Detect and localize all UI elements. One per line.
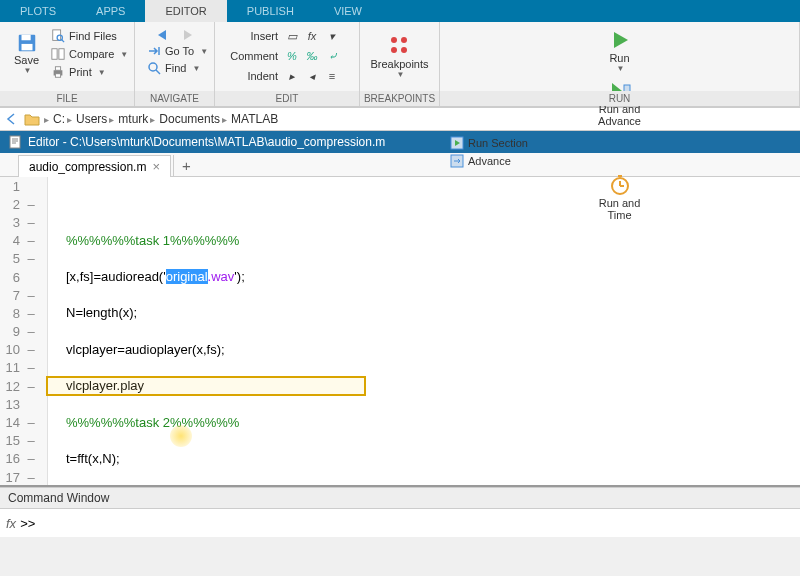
find-files-label: Find Files (69, 30, 117, 42)
compare-button[interactable]: Compare▼ (47, 46, 132, 62)
back-folder-icon[interactable] (4, 111, 20, 127)
code-text[interactable]: %%%%%%task 1%%%%%% [x,fs]=audioread('ori… (48, 177, 800, 485)
new-tab-button[interactable]: + (173, 155, 199, 176)
editor-doc-icon (8, 135, 22, 149)
compare-label: Compare (69, 48, 114, 60)
svg-point-16 (391, 47, 397, 53)
comment-add-icon[interactable]: % (284, 48, 300, 64)
find-label: Find (165, 62, 186, 74)
fx-prompt-icon: fx (6, 516, 16, 531)
svg-line-5 (62, 40, 65, 43)
svg-rect-10 (55, 74, 60, 78)
indent-smart-icon[interactable]: ≡ (324, 68, 340, 84)
svg-rect-7 (59, 49, 64, 60)
insert-var-icon[interactable]: ▾ (324, 28, 340, 44)
find-files-icon (51, 29, 65, 43)
advance-icon (450, 154, 464, 168)
file-tab-label: audio_compression.m (29, 160, 146, 174)
svg-rect-25 (10, 136, 20, 148)
insert-section-icon[interactable]: ▭ (284, 28, 300, 44)
goto-button[interactable]: Go To▼ (143, 44, 206, 58)
svg-rect-6 (52, 49, 57, 60)
compare-icon (51, 47, 65, 61)
save-icon (16, 32, 38, 54)
comment-label: Comment (223, 50, 278, 62)
code-editor[interactable]: 1 2– 3– 4– 5– 6 7– 8– 9– 10– 11– 12– 13 … (0, 177, 800, 487)
command-window-title: Command Window (0, 487, 800, 509)
advance-label: Advance (468, 155, 511, 167)
svg-point-14 (391, 37, 397, 43)
ribbon-group-navigate: Go To▼ Find▼ NAVIGATE (135, 22, 215, 106)
ribbon-toolbar: Save▼ Find Files Compare▼ Print▼ FILE (0, 22, 800, 107)
save-button[interactable]: Save▼ (8, 26, 45, 80)
svg-rect-9 (55, 67, 60, 71)
file-tab-active[interactable]: audio_compression.m × (18, 155, 171, 177)
editor-title-text: Editor - C:\Users\mturk\Documents\MATLAB… (28, 135, 385, 149)
tab-view[interactable]: VIEW (314, 0, 382, 22)
ribbon-group-file: Save▼ Find Files Compare▼ Print▼ FILE (0, 22, 135, 106)
run-section-icon (450, 136, 464, 150)
path-seg-0[interactable]: C:▸ (53, 112, 72, 126)
command-prompt: >> (20, 516, 35, 531)
svg-point-12 (149, 63, 157, 71)
tab-plots[interactable]: PLOTS (0, 0, 76, 22)
svg-line-13 (156, 70, 160, 74)
advance-button[interactable]: Advance (446, 153, 793, 169)
insert-label: Insert (223, 30, 278, 42)
path-seg-1[interactable]: Users▸ (76, 112, 114, 126)
nav-group-label: NAVIGATE (135, 91, 214, 106)
path-seg-4[interactable]: MATLAB (231, 112, 278, 126)
print-label: Print (69, 66, 92, 78)
edit-group-label: EDIT (215, 91, 359, 106)
find-files-button[interactable]: Find Files (47, 28, 132, 44)
goto-icon (147, 45, 161, 57)
svg-rect-1 (21, 34, 30, 40)
run-advance-label: Run and Advance (598, 103, 641, 127)
line-gutter: 1 2– 3– 4– 5– 6 7– 8– 9– 10– 11– 12– 13 … (0, 177, 48, 485)
run-section-button[interactable]: Run Section (446, 135, 793, 151)
path-seg-2[interactable]: mturk▸ (118, 112, 155, 126)
bp-group-label: BREAKPOINTS (360, 91, 439, 106)
ribbon-group-breakpoints: Breakpoints ▼ BREAKPOINTS (360, 22, 440, 106)
close-tab-icon[interactable]: × (152, 159, 160, 174)
breakpoints-button[interactable]: Breakpoints ▼ (368, 32, 431, 81)
main-tabs: PLOTS APPS EDITOR PUBLISH VIEW (0, 0, 800, 22)
file-group-label: FILE (0, 91, 134, 106)
ribbon-group-run: Run▼ Run and Advance Run Section Advance… (440, 22, 800, 106)
svg-point-17 (401, 47, 407, 53)
run-section-label: Run Section (468, 137, 528, 149)
print-button[interactable]: Print▼ (47, 64, 132, 80)
path-seg-3[interactable]: Documents▸ (159, 112, 227, 126)
breakpoints-label: Breakpoints (370, 58, 428, 70)
breakpoints-icon (388, 34, 412, 58)
tab-apps[interactable]: APPS (76, 0, 145, 22)
folder-icon[interactable] (24, 111, 40, 127)
nav-back-icon[interactable] (154, 28, 172, 42)
ribbon-group-edit: Insert ▭ fx ▾ Comment % ‰ ⤶ Indent ▸ ◂ ≡… (215, 22, 360, 106)
print-icon (51, 65, 65, 79)
goto-label: Go To (165, 45, 194, 57)
run-label: Run (609, 52, 629, 64)
svg-point-15 (401, 37, 407, 43)
indent-left-icon[interactable]: ◂ (304, 68, 320, 84)
insert-fx-icon[interactable]: fx (304, 28, 320, 44)
svg-rect-2 (21, 43, 32, 49)
run-button[interactable]: Run▼ (446, 26, 793, 75)
comment-wrap-icon[interactable]: ⤶ (324, 48, 340, 64)
comment-remove-icon[interactable]: ‰ (304, 48, 320, 64)
nav-fwd-icon[interactable] (178, 28, 196, 42)
save-label: Save (14, 54, 39, 66)
tab-publish[interactable]: PUBLISH (227, 0, 314, 22)
tab-editor[interactable]: EDITOR (145, 0, 226, 22)
indent-label: Indent (223, 70, 278, 82)
find-button[interactable]: Find▼ (143, 60, 206, 76)
command-window[interactable]: fx >> (0, 509, 800, 537)
indent-right-icon[interactable]: ▸ (284, 68, 300, 84)
run-icon (608, 28, 632, 52)
run-group-label: RUN (440, 91, 799, 106)
find-icon (147, 61, 161, 75)
